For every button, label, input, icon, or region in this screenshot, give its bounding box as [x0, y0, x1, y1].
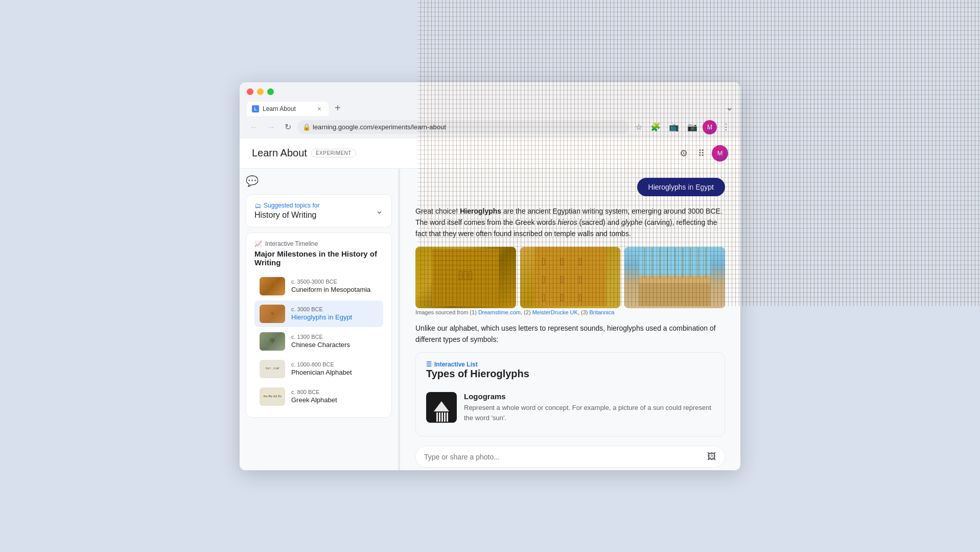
suggested-header-left: 🗂 Suggested topics for History of Writin… — [254, 202, 319, 220]
maximize-button[interactable] — [267, 88, 274, 95]
greek-name: Greek Alphabet — [291, 396, 378, 404]
chinese-name: Chinese Characters — [291, 341, 378, 349]
svg-rect-30 — [444, 412, 446, 422]
greek-date: c. 800 BCE — [291, 389, 378, 395]
svg-rect-27 — [436, 412, 438, 422]
chinese-thumb-image: 甲 — [260, 332, 285, 351]
timeline-item-cuneiform[interactable]: 𒀭 c. 3500-3000 BCE Cuneiform in Mesopota… — [254, 273, 383, 300]
main-layout: 💬 🗂 Suggested topics for History of Writ… — [240, 169, 740, 470]
cuneiform-date: c. 3500-3000 BCE — [291, 279, 378, 285]
input-row[interactable]: 🖼 — [415, 446, 725, 468]
timeline-item-phoenician[interactable]: 𐤀𐤁𐤂 𐤃𐤄𐤅 c. 1000-800 BCE Phoenician Alpha… — [254, 356, 383, 382]
images-section: 𓂀𓅱𓈖 𓀀 𓆙 𓂀 𓅱 𓆗 𓇳 — [415, 247, 725, 315]
hieroglyph-thumb-image: 𓂀𓅱 — [260, 305, 285, 323]
interactive-list-card: ☰ Interactive List Types of Hieroglyphs — [415, 352, 725, 436]
list-item-content-logograms: Logograms Represent a whole word or conc… — [464, 392, 714, 423]
svg-text:𓂀𓅱𓈖: 𓂀𓅱𓈖 — [458, 267, 473, 283]
body-text: Unlike our alphabet, which uses letters … — [415, 323, 725, 346]
interactive-title: Types of Hieroglyphs — [426, 368, 714, 380]
svg-rect-1 — [432, 249, 499, 306]
list-item-logograms: Logograms Represent a whole word or conc… — [426, 387, 714, 428]
suggested-title: History of Writing — [254, 211, 319, 220]
back-button[interactable]: ← — [247, 121, 261, 134]
cuneiform-thumb-image: 𒀭 — [260, 277, 285, 295]
suggested-topics-card[interactable]: 🗂 Suggested topics for History of Writin… — [246, 194, 392, 227]
timeline-item-chinese[interactable]: 甲 c. 1300 BCE Chinese Characters — [254, 328, 383, 355]
tab-label: Learn About — [263, 105, 296, 112]
svg-rect-31 — [447, 412, 448, 422]
images-row: 𓂀𓅱𓈖 𓀀 𓆙 𓂀 𓅱 𓆗 𓇳 — [415, 247, 725, 308]
refresh-button[interactable]: ↻ — [282, 120, 294, 134]
timeline-items: 𒀭 c. 3500-3000 BCE Cuneiform in Mesopota… — [254, 273, 383, 410]
timeline-info-cuneiform: c. 3500-3000 BCE Cuneiform in Mesopotami… — [291, 279, 378, 293]
list-item-desc: Represent a whole word or concept. For e… — [464, 403, 714, 423]
phoenician-date: c. 1000-800 BCE — [291, 361, 378, 367]
timeline-thumb-cuneiform: 𒀭 — [260, 277, 285, 295]
svg-rect-29 — [441, 412, 443, 422]
hieroglyphs-date: c. 3000 BCE — [291, 306, 378, 312]
suggested-header[interactable]: 🗂 Suggested topics for History of Writin… — [246, 195, 391, 227]
timeline-header: 📈 Interactive Timeline — [254, 240, 383, 247]
timeline-info-hieroglyphs: c. 3000 BCE Hieroglyphs in Egypt — [291, 306, 378, 321]
hieroglyphs-name: Hieroglyphs in Egypt — [291, 313, 378, 321]
chat-icon: 💬 — [246, 175, 392, 187]
timeline-thumb-phoenician: 𐤀𐤁𐤂 𐤃𐤄𐤅 — [260, 360, 285, 378]
chinese-date: c. 1300 BCE — [291, 334, 378, 340]
timeline-item-greek[interactable]: Αα Βγ Δδ Εε c. 800 BCE Greek Alphabet — [254, 383, 383, 410]
suggested-label-icon: 🗂 — [254, 202, 261, 210]
page-content: Learn About EXPERIMENT ⚙ ⠿ M 💬 — [240, 139, 740, 470]
timeline-item-hieroglyphs[interactable]: 𓂀𓅱 c. 3000 BCE Hieroglyphs in Egypt — [254, 301, 383, 327]
photo-icon[interactable]: 🖼 — [707, 451, 716, 462]
browser-window: L Learn About × + ⌄ ← → ↻ 🔒 learning.goo… — [240, 82, 740, 470]
image-1-svg: 𓂀𓅱𓈖 — [417, 249, 514, 306]
forward-button[interactable]: → — [264, 121, 278, 134]
logogram-icon-box — [426, 392, 457, 423]
tab-close-icon[interactable]: × — [317, 105, 321, 112]
timeline-thumb-hieroglyphs: 𓂀𓅱 — [260, 305, 285, 323]
image-caption: Images sourced from (1) Dreamstime.com, … — [415, 309, 725, 315]
sidebar: 💬 🗂 Suggested topics for History of Writ… — [240, 169, 398, 470]
cuneiform-name: Cuneiform in Mesopotamia — [291, 286, 378, 293]
list-icon: ☰ — [426, 361, 432, 368]
timeline-card: 📈 Interactive Timeline Major Milestones … — [246, 233, 392, 418]
timeline-title: Major Milestones in the History of Writi… — [254, 249, 383, 267]
phoenician-name: Phoenician Alphabet — [291, 369, 378, 376]
suggested-label: 🗂 Suggested topics for — [254, 202, 319, 210]
britannica-link[interactable]: Britannica — [590, 309, 615, 315]
list-item-title: Logograms — [464, 392, 714, 401]
lock-icon: 🔒 — [302, 123, 311, 131]
hieroglyph-image-1: 𓂀𓅱𓈖 — [415, 247, 516, 308]
experiment-badge: EXPERIMENT — [311, 149, 356, 157]
meisterdrucke-link[interactable]: MeisterDrucke UK — [532, 309, 578, 315]
timeline-info-chinese: c. 1300 BCE Chinese Characters — [291, 334, 378, 349]
dreamstime-link[interactable]: Dreamstime.com — [478, 309, 521, 315]
active-tab[interactable]: L Learn About × — [247, 102, 329, 116]
phoenician-thumb-image: 𐤀𐤁𐤂 𐤃𐤄𐤅 — [260, 360, 285, 378]
trend-icon: 📈 — [254, 240, 262, 247]
app-title-text: Learn About — [252, 147, 307, 159]
photo-input[interactable] — [424, 453, 707, 461]
interactive-label: ☰ Interactive List — [426, 361, 714, 368]
svg-rect-28 — [439, 412, 440, 422]
close-button[interactable] — [247, 88, 253, 95]
minimize-button[interactable] — [257, 88, 264, 95]
chevron-down-icon: ⌄ — [376, 205, 383, 216]
tab-favicon: L — [252, 105, 259, 112]
timeline-thumb-greek: Αα Βγ Δδ Εε — [260, 387, 285, 406]
timeline-thumb-chinese: 甲 — [260, 332, 285, 351]
logogram-svg — [429, 394, 454, 422]
svg-rect-0 — [432, 249, 499, 306]
content-area: Hieroglyphs in Egypt Great choice! Hiero… — [400, 169, 740, 470]
timeline-label: Interactive Timeline — [265, 240, 318, 247]
new-tab-button[interactable]: + — [331, 100, 345, 116]
greek-thumb-image: Αα Βγ Δδ Εε — [260, 387, 285, 406]
app-title-area: Learn About EXPERIMENT — [252, 147, 356, 159]
timeline-info-greek: c. 800 BCE Greek Alphabet — [291, 389, 378, 404]
timeline-info-phoenician: c. 1000-800 BCE Phoenician Alphabet — [291, 361, 378, 376]
